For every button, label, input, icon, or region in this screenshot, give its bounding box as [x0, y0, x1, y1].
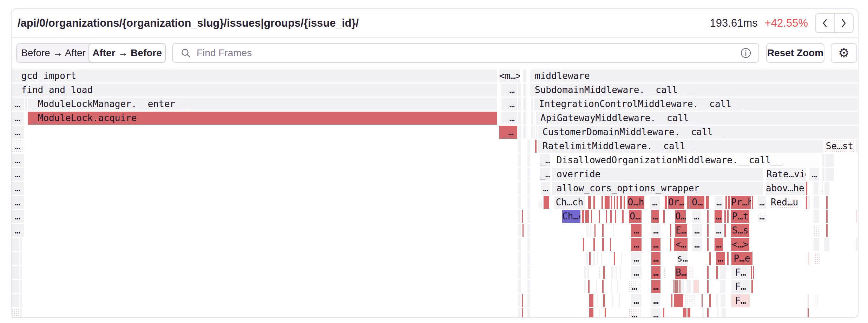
flame-frame[interactable] [527, 308, 530, 318]
flame-frame[interactable] [518, 224, 521, 237]
flame-frame[interactable]: O…h [627, 196, 644, 209]
flame-frame[interactable]: <…> [731, 238, 749, 251]
flame-frame[interactable]: … [715, 196, 723, 209]
flame-frame[interactable] [727, 252, 729, 265]
flame-frame[interactable] [518, 308, 521, 318]
previous-button[interactable] [816, 14, 834, 32]
flame-frame[interactable]: O… [675, 210, 686, 223]
flame-frame[interactable] [11, 238, 19, 251]
flame-frame[interactable]: _find_and_load [11, 84, 497, 97]
flame-frame[interactable] [663, 308, 664, 318]
flame-frame[interactable] [814, 196, 819, 209]
flame-frame[interactable]: … [541, 182, 550, 195]
flame-frame[interactable] [593, 196, 595, 209]
flame-frame[interactable] [522, 308, 523, 318]
flame-frame[interactable]: IntegrationControlMiddleware.__call__ [534, 98, 858, 111]
flame-frame[interactable]: allow_cors_options_wrapper [552, 182, 763, 195]
flame-frame[interactable]: _… [501, 98, 517, 111]
flame-frame[interactable] [624, 196, 625, 209]
flame-frame[interactable] [601, 252, 602, 265]
flame-frame[interactable]: DisallowedOrganizationMiddleware.__call_… [552, 154, 819, 167]
flame-frame[interactable] [523, 112, 526, 125]
flamegraph[interactable]: _gcd_import<m…>middleware_find_and_load_… [0, 69, 868, 318]
flame-frame[interactable] [706, 196, 709, 209]
flame-frame[interactable]: … [11, 140, 24, 153]
flame-frame[interactable] [620, 266, 621, 279]
flame-frame[interactable] [670, 238, 671, 251]
flame-frame[interactable] [518, 84, 521, 97]
flame-frame[interactable]: P…e [731, 252, 752, 265]
flame-frame[interactable] [602, 280, 604, 293]
flame-frame[interactable] [531, 112, 533, 125]
flame-frame[interactable] [527, 224, 530, 237]
flame-frame[interactable] [605, 196, 610, 209]
flame-frame[interactable] [709, 294, 711, 307]
flame-frame[interactable]: _… [540, 154, 550, 167]
flame-frame[interactable]: … [629, 280, 640, 293]
flame-frame[interactable]: … [11, 112, 24, 125]
flame-frame[interactable] [527, 196, 530, 209]
flame-frame[interactable]: … [651, 252, 660, 265]
toggle-before-after[interactable]: Before → After [17, 44, 90, 62]
flame-frame[interactable] [588, 280, 590, 293]
flame-frame[interactable]: … [11, 182, 24, 195]
flame-frame[interactable] [664, 266, 666, 279]
flame-frame[interactable] [527, 182, 530, 195]
flame-frame[interactable] [822, 168, 824, 181]
flame-frame[interactable] [610, 210, 612, 223]
flame-frame[interactable]: _gcd_import [11, 70, 497, 83]
flame-frame[interactable] [584, 266, 586, 279]
flame-frame[interactable] [522, 294, 523, 307]
flame-frame[interactable] [594, 224, 596, 237]
flame-frame[interactable]: … [715, 238, 723, 251]
flame-frame[interactable] [670, 224, 671, 237]
flame-frame[interactable] [605, 308, 606, 318]
flame-frame[interactable] [518, 294, 521, 307]
flame-frame[interactable] [589, 252, 591, 265]
flame-frame[interactable] [702, 308, 704, 318]
flame-frame[interactable]: F… [731, 266, 750, 279]
flame-frame[interactable] [614, 252, 615, 265]
flame-frame[interactable]: P…t [731, 210, 749, 223]
flame-frame[interactable] [728, 196, 730, 209]
flame-frame[interactable] [11, 280, 19, 293]
flame-frame[interactable] [814, 210, 819, 223]
flame-frame[interactable] [518, 252, 521, 265]
flame-frame[interactable] [523, 84, 526, 97]
flame-frame[interactable] [534, 126, 535, 139]
flame-frame[interactable] [720, 266, 726, 279]
flame-frame[interactable] [599, 210, 600, 223]
flame-frame[interactable] [616, 266, 617, 279]
flame-frame[interactable] [689, 266, 692, 279]
flame-frame[interactable]: … [651, 294, 660, 307]
flame-frame[interactable] [591, 210, 592, 223]
flame-frame[interactable] [716, 266, 718, 279]
flame-frame[interactable]: Rate…view [767, 168, 806, 181]
flame-frame[interactable] [20, 294, 22, 307]
flame-frame[interactable] [518, 196, 521, 209]
flame-frame[interactable] [532, 140, 533, 153]
flame-frame[interactable] [11, 308, 19, 318]
flame-frame[interactable]: … [809, 168, 819, 181]
flame-frame[interactable] [717, 308, 718, 318]
flame-frame[interactable]: … [651, 238, 660, 251]
flame-frame[interactable] [724, 224, 726, 237]
info-icon[interactable] [740, 47, 751, 59]
flame-frame[interactable] [824, 238, 829, 251]
flame-frame[interactable]: _… [501, 112, 517, 125]
flame-frame[interactable] [752, 196, 753, 209]
flame-frame[interactable] [518, 210, 521, 223]
flame-frame[interactable] [597, 294, 598, 307]
flame-frame[interactable] [20, 238, 22, 251]
flame-frame[interactable]: … [651, 266, 660, 279]
flame-frame[interactable] [585, 210, 589, 223]
flame-frame[interactable] [518, 238, 521, 251]
flame-frame[interactable] [586, 224, 588, 237]
flame-frame[interactable] [590, 224, 591, 237]
flame-frame[interactable] [518, 140, 521, 153]
flame-frame[interactable] [687, 196, 690, 209]
flame-frame[interactable] [824, 182, 829, 195]
flame-frame[interactable]: … [11, 196, 24, 209]
flame-frame[interactable] [593, 252, 595, 265]
flame-frame[interactable] [722, 308, 726, 318]
